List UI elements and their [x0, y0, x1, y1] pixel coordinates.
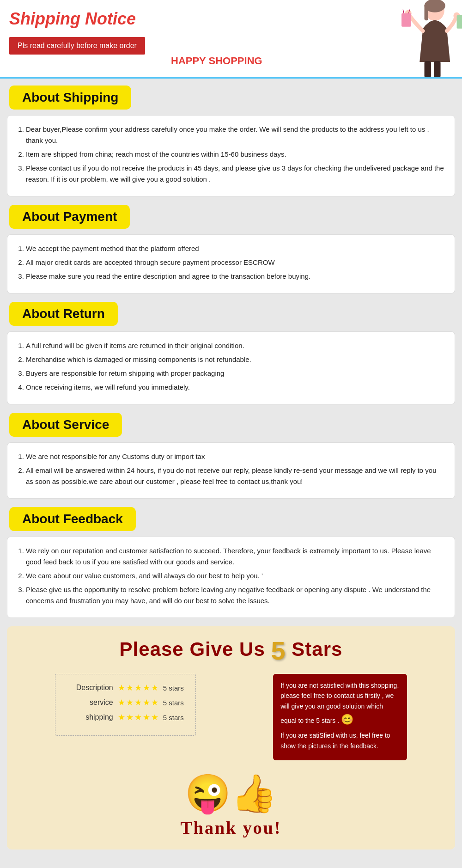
section-return: About Return A full refund will be given… — [7, 302, 455, 404]
stars-count-description: 5 stars — [163, 684, 184, 692]
thank-you-area: 😜👍 Thank you! — [16, 767, 446, 845]
section-title-return: About Return — [22, 306, 105, 321]
section-header-service: About Service — [9, 413, 122, 437]
list-item: We are not responsible for any Customs d… — [26, 451, 445, 462]
section-content-feedback: We rely on our reputation and customer s… — [7, 537, 455, 618]
title-num: 5 — [271, 636, 286, 665]
thank-you-text: Thank you! — [16, 818, 446, 838]
stars-count-service: 5 stars — [163, 699, 184, 707]
header-subtitle: Pls read carefully before make order — [9, 37, 145, 55]
section-service: About Service We are not responsible for… — [7, 413, 455, 499]
rating-label-service: service — [67, 698, 113, 707]
happy-shopping-label: HAPPY SHOPPING — [171, 55, 333, 67]
stars-count-shipping: 5 stars — [163, 714, 184, 721]
star-icons-description: ★★★★★ — [118, 683, 159, 693]
list-item: All major credit cards are accepted thro… — [26, 257, 445, 268]
stars-rating-table: Description ★★★★★ 5 stars service ★★★★★ … — [55, 674, 196, 736]
list-item: We care about our value customers, and w… — [26, 570, 445, 581]
page-title: Shipping Notice — [9, 9, 157, 29]
list-item: We accept the payment method that the pl… — [26, 243, 445, 254]
section-content-shipping: Dear buyer,Please confirm your address c… — [7, 115, 455, 196]
list-item: Item are shipped from china; reach most … — [26, 149, 445, 160]
rating-row-service: service ★★★★★ 5 stars — [67, 697, 184, 708]
svg-rect-29 — [434, 61, 440, 78]
svg-rect-33 — [457, 15, 462, 29]
list-item: Please contact us if you do not receive … — [26, 163, 445, 185]
svg-line-31 — [403, 10, 404, 13]
title-post: Stars — [292, 638, 342, 660]
rating-row-shipping: shipping ★★★★★ 5 stars — [67, 712, 184, 722]
svg-rect-30 — [401, 13, 411, 27]
list-item: Once receiving items, we will refund you… — [26, 382, 445, 393]
section-content-payment: We accept the payment method that the pl… — [7, 234, 455, 293]
header: Shipping Notice Pls read carefully befor… — [0, 0, 462, 79]
list-item: Buyers are responsible for return shippi… — [26, 368, 445, 379]
section-shipping: About Shipping Dear buyer,Please confirm… — [7, 86, 455, 196]
section-payment: About Payment We accept the payment meth… — [7, 205, 455, 293]
header-left: Shipping Notice Pls read carefully befor… — [0, 0, 166, 79]
contact-box: If you are not satisfied with this shopp… — [273, 674, 407, 760]
list-item: Please give us the opportunity to resolv… — [26, 584, 445, 606]
footer-section: Please Give Us 5 Stars Description ★★★★★… — [7, 626, 455, 850]
star-icons-service: ★★★★★ — [118, 697, 159, 708]
section-content-return: A full refund will be given if items are… — [7, 331, 455, 404]
section-title-shipping: About Shipping — [22, 90, 118, 104]
star-icons-shipping: ★★★★★ — [118, 712, 159, 722]
svg-rect-28 — [425, 61, 431, 78]
rating-label-description: Description — [67, 684, 113, 692]
section-feedback: About Feedback We rely on our reputation… — [7, 507, 455, 618]
smiley-icon: 😊 — [341, 714, 353, 725]
rating-row-description: Description ★★★★★ 5 stars — [67, 683, 184, 693]
title-pre: Please Give Us — [120, 638, 265, 660]
rating-label-shipping: shipping — [67, 713, 113, 721]
list-item: Merchandise which is damaged or missing … — [26, 354, 445, 365]
list-item: A full refund will be given if items are… — [26, 340, 445, 351]
svg-rect-25 — [425, 4, 428, 20]
header-right: HAPPY SHOPPING — [162, 0, 462, 79]
winking-emoji: 😜👍 — [16, 772, 446, 815]
main-content: About Shipping Dear buyer,Please confirm… — [0, 79, 462, 856]
section-title-payment: About Payment — [22, 209, 117, 224]
contact-text1: If you are not satisfied with this shopp… — [280, 680, 400, 727]
list-item: Dear buyer,Please confirm your address c… — [26, 124, 445, 146]
section-title-service: About Service — [22, 417, 109, 432]
contact-text2: If you are satiSfied with us, feel free … — [280, 730, 400, 751]
list-item: Please make sure you read the entire des… — [26, 271, 445, 282]
section-header-return: About Return — [9, 302, 118, 326]
section-header-feedback: About Feedback — [9, 507, 136, 531]
list-item: All email will be answered within 24 hou… — [26, 465, 445, 487]
five-stars-title: Please Give Us 5 Stars — [16, 636, 446, 666]
section-header-shipping: About Shipping — [9, 86, 131, 110]
list-item: We rely on our reputation and customer s… — [26, 545, 445, 568]
stars-row: Description ★★★★★ 5 stars service ★★★★★ … — [16, 674, 446, 760]
section-content-service: We are not responsible for any Customs d… — [7, 442, 455, 499]
section-header-payment: About Payment — [9, 205, 130, 229]
section-title-feedback: About Feedback — [22, 512, 123, 526]
